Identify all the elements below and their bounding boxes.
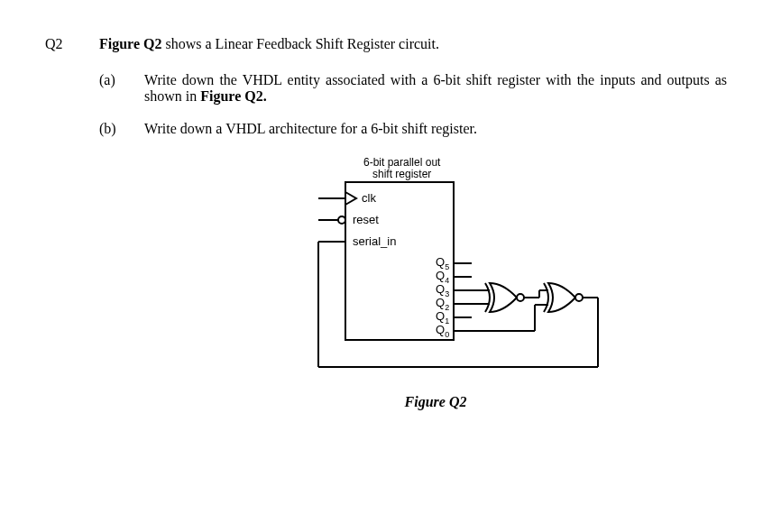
q0-label: Q [436, 323, 445, 336]
intro-rest: shows a Linear Feedback Shift Register c… [161, 36, 438, 51]
q3-label: Q [436, 282, 445, 296]
question-number: Q2 [45, 36, 99, 52]
part-a-bold: Figure Q2. [200, 88, 266, 104]
part-a-row: (a) Write down the VHDL entity associate… [45, 72, 727, 105]
part-b-label: (b) [99, 121, 144, 137]
svg-point-16 [517, 294, 524, 301]
clk-label: clk [362, 191, 376, 205]
q3-sub: 3 [445, 289, 449, 298]
q5-sub: 5 [445, 262, 449, 271]
fig-title-1: 6-bit parallel out [363, 156, 441, 169]
q0-sub: 0 [445, 330, 449, 339]
svg-point-23 [575, 294, 583, 301]
q4-sub: 4 [445, 276, 449, 285]
intro-text: Figure Q2 shows a Linear Feedback Shift … [99, 36, 727, 52]
reset-bubble-icon [338, 216, 345, 224]
xnor-gate-1-icon [485, 283, 524, 312]
q1-sub: 1 [445, 316, 449, 326]
lfsr-diagram: 6-bit parallel out shift register clk re… [255, 155, 616, 381]
part-b-text: Write down a VHDL architecture for a 6-b… [144, 121, 727, 137]
part-a-label: (a) [99, 72, 144, 88]
serial-in-label: serial_in [353, 234, 396, 248]
figure-caption: Figure Q2 [405, 394, 467, 410]
q1-label: Q [436, 309, 445, 323]
fig-title-2: shift register [372, 168, 431, 180]
q2-sub: 2 [445, 303, 449, 312]
question-intro-row: Q2 Figure Q2 shows a Linear Feedback Shi… [45, 36, 727, 52]
q5-label: Q [436, 255, 445, 269]
q4-label: Q [436, 269, 445, 282]
part-b-row: (b) Write down a VHDL architecture for a… [45, 121, 727, 137]
part-a-text: Write down the VHDL entity associated wi… [144, 72, 727, 105]
intro-figure-ref: Figure Q2 [99, 36, 161, 51]
xnor-gate-2-icon [544, 283, 583, 312]
reset-label: reset [353, 213, 379, 226]
q2-label: Q [436, 296, 445, 309]
figure-container: 6-bit parallel out shift register clk re… [144, 155, 727, 410]
clk-triangle-icon [345, 192, 356, 205]
